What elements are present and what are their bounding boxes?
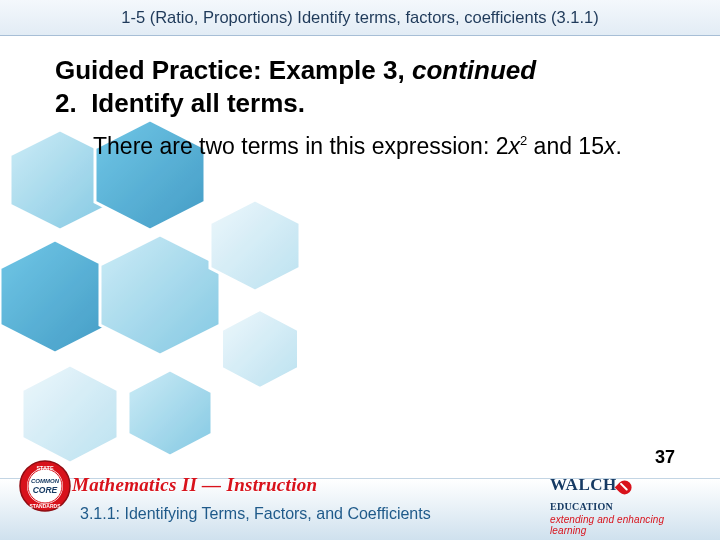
term2-var: x — [604, 133, 616, 159]
heading-prefix: Guided Practice: Example 3, — [55, 55, 412, 85]
body-period: . — [615, 133, 621, 159]
body-intro: There are two terms in this expression: — [93, 133, 496, 159]
body-mid: and — [527, 133, 578, 159]
publisher-sub: EDUCATION — [550, 501, 613, 512]
lesson-header: 1-5 (Ratio, Proportions) Identify terms,… — [121, 8, 598, 26]
step-title: Identify all terms. — [91, 88, 305, 118]
book-title: Mathematics II — Instruction — [72, 474, 317, 496]
svg-marker-5 — [22, 365, 118, 463]
svg-marker-6 — [128, 370, 212, 456]
svg-marker-3 — [100, 235, 220, 355]
svg-text:CORE: CORE — [33, 485, 58, 495]
publisher-tagline: extending and enhancing learning — [550, 514, 690, 536]
svg-marker-2 — [0, 240, 110, 353]
top-bar: 1-5 (Ratio, Proportions) Identify terms,… — [0, 0, 720, 36]
svg-text:STANDARDS: STANDARDS — [29, 503, 61, 509]
page-number: 37 — [655, 447, 675, 468]
svg-text:COMMON: COMMON — [31, 478, 60, 484]
svg-text:STATE: STATE — [36, 465, 54, 471]
section-reference: 3.1.1: Identifying Terms, Factors, and C… — [80, 505, 431, 523]
term1-var: x — [508, 133, 520, 159]
svg-marker-7 — [222, 310, 298, 388]
term1-coef: 2 — [496, 133, 509, 159]
svg-marker-4 — [210, 200, 300, 291]
heading-line-2: 2. Identify all terms. — [55, 88, 680, 119]
slide: 1-5 (Ratio, Proportions) Identify terms,… — [0, 0, 720, 540]
content-area: Guided Practice: Example 3, continued 2.… — [55, 55, 680, 161]
step-number: 2. — [55, 88, 77, 118]
body-text: There are two terms in this expression: … — [93, 133, 680, 161]
leaf-icon — [614, 478, 634, 498]
footer-brand-band: Mathematics II — Instruction — [72, 473, 317, 497]
term2-coef: 15 — [578, 133, 604, 159]
common-core-seal-icon: STATE STANDARDS COMMON CORE — [18, 459, 72, 513]
footer: STATE STANDARDS COMMON CORE Mathematics … — [0, 478, 720, 540]
publisher-block: WALCHEDUCATION extending and enhancing l… — [550, 475, 690, 536]
walch-logo: WALCHEDUCATION — [550, 475, 690, 515]
heading-continued: continued — [412, 55, 536, 85]
background-hexagons — [0, 120, 340, 470]
publisher-name: WALCH — [550, 475, 617, 494]
heading-line-1: Guided Practice: Example 3, continued — [55, 55, 680, 86]
